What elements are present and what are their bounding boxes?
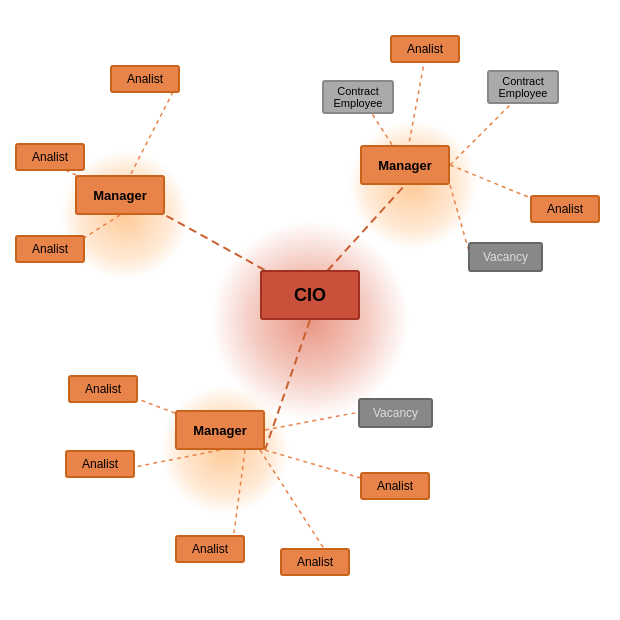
analist-label-5: Analist (547, 202, 583, 216)
manager-top-label: Manager (378, 158, 431, 173)
analist-label-8: Analist (377, 479, 413, 493)
cio-glow (210, 220, 410, 420)
contract-label-2: Contract Employee (489, 75, 557, 99)
analist-node-6[interactable]: Analist (68, 375, 138, 403)
manager-top-node[interactable]: Manager (360, 145, 450, 185)
analist-node-4[interactable]: Analist (390, 35, 460, 63)
vacancy-node-2[interactable]: Vacancy (358, 398, 433, 428)
cio-label: CIO (294, 285, 326, 306)
svg-line-2 (265, 320, 310, 450)
analist-label-6: Analist (85, 382, 121, 396)
manager-bottom-label: Manager (193, 423, 246, 438)
manager-bottom-node[interactable]: Manager (175, 410, 265, 450)
analist-node-10[interactable]: Analist (280, 548, 350, 576)
analist-label-7: Analist (82, 457, 118, 471)
analist-label-10: Analist (297, 555, 333, 569)
svg-line-15 (260, 450, 330, 558)
analist-node-5[interactable]: Analist (530, 195, 600, 223)
manager-top-glow (348, 120, 478, 250)
vacancy-label-1: Vacancy (483, 250, 528, 264)
analist-label-4: Analist (407, 42, 443, 56)
svg-line-14 (232, 450, 245, 548)
analist-label-2: Analist (32, 150, 68, 164)
contract-node-2[interactable]: Contract Employee (487, 70, 559, 104)
svg-line-10 (450, 185, 470, 255)
analist-label-9: Analist (192, 542, 228, 556)
svg-line-12 (130, 450, 220, 468)
analist-node-2[interactable]: Analist (15, 143, 85, 171)
org-chart: CIO Manager Manager Manager Analist Anal… (0, 0, 620, 620)
analist-node-7[interactable]: Analist (65, 450, 135, 478)
cio-node[interactable]: CIO (260, 270, 360, 320)
analist-node-8[interactable]: Analist (360, 472, 430, 500)
analist-label-1: Analist (127, 72, 163, 86)
manager-bottom-glow (160, 385, 290, 515)
manager-left-label: Manager (93, 188, 146, 203)
analist-node-1[interactable]: Analist (110, 65, 180, 93)
contract-node-1[interactable]: Contract Employee (322, 80, 394, 114)
analist-label-3: Analist (32, 242, 68, 256)
contract-label-1: Contract Employee (324, 85, 392, 109)
manager-left-node[interactable]: Manager (75, 175, 165, 215)
analist-node-9[interactable]: Analist (175, 535, 245, 563)
vacancy-label-2: Vacancy (373, 406, 418, 420)
vacancy-node-1[interactable]: Vacancy (468, 242, 543, 272)
svg-line-16 (265, 412, 360, 430)
analist-node-3[interactable]: Analist (15, 235, 85, 263)
